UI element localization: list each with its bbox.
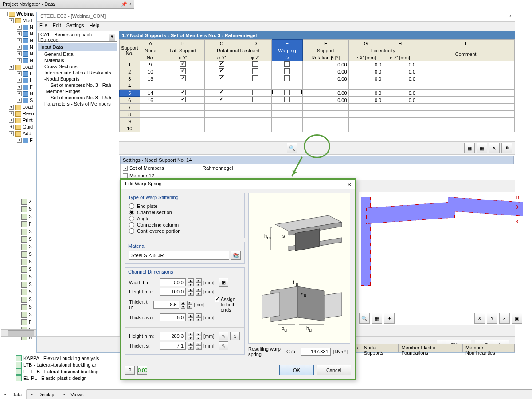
module-item[interactable]: S: [0, 303, 35, 311]
assign-checkbox[interactable]: Assign to both ends: [215, 297, 241, 313]
checkbox[interactable]: [252, 61, 258, 67]
menu-edit[interactable]: Edit: [53, 23, 61, 30]
checkbox[interactable]: [180, 97, 186, 102]
module-item[interactable]: S: [0, 288, 35, 296]
module-item[interactable]: S: [0, 243, 35, 250]
menu-file[interactable]: File: [39, 23, 47, 30]
tree-node[interactable]: Parameters - Sets of Members: [38, 101, 117, 107]
spinner[interactable]: ▸▸: [196, 278, 202, 286]
material-input[interactable]: [129, 251, 229, 260]
checkbox[interactable]: [180, 90, 186, 95]
tree-node[interactable]: Intermediate Lateral Restraints: [38, 70, 117, 76]
spinner[interactable]: ▸▸: [196, 332, 202, 340]
module-item[interactable]: S: [0, 281, 35, 288]
module-item[interactable]: FE-LTB - Lateral-torsional buckling: [16, 368, 126, 375]
pick-icon[interactable]: ↖: [219, 341, 228, 350]
pin-icon[interactable]: 📌 ×: [121, 1, 131, 7]
expand-icon[interactable]: +: [17, 31, 22, 36]
expand-icon[interactable]: +: [17, 138, 22, 143]
expand-icon[interactable]: +: [17, 25, 22, 30]
expand-icon[interactable]: +: [17, 58, 22, 63]
model-tab[interactable]: Nodal Supports: [361, 344, 399, 352]
module-item[interactable]: S: [0, 205, 35, 213]
expand-icon[interactable]: +: [9, 131, 14, 136]
module-item[interactable]: S: [0, 273, 35, 281]
module-item[interactable]: F: [0, 220, 35, 228]
expand-icon[interactable]: +: [17, 85, 22, 90]
tool-button[interactable]: ▦: [477, 143, 487, 153]
model-tab[interactable]: Member Nonlinearities: [463, 344, 515, 352]
checkbox[interactable]: [284, 97, 290, 102]
module-item[interactable]: X: [0, 198, 35, 205]
expand-icon[interactable]: +: [9, 111, 14, 116]
radio-connecting-column[interactable]: Connecting column: [129, 222, 241, 228]
model-viewport[interactable]: 1098: [359, 192, 523, 325]
model-tab[interactable]: Member Elastic Foundations: [399, 344, 463, 352]
tree-node[interactable]: Set of members No. 3 - Rah: [38, 82, 117, 88]
dim-input[interactable]: [153, 301, 179, 309]
spinner[interactable]: ▴▾: [181, 301, 186, 309]
expand-icon[interactable]: +: [17, 78, 22, 83]
spinner[interactable]: ▴▾: [188, 342, 194, 350]
module-item[interactable]: S: [0, 228, 35, 235]
expand-icon[interactable]: +: [9, 118, 14, 123]
dim-input[interactable]: [160, 278, 186, 286]
checkbox[interactable]: [180, 61, 186, 67]
radio-end-plate[interactable]: End plate: [129, 203, 241, 209]
cancel-button[interactable]: Cancel: [317, 365, 351, 375]
steel-nav-tree[interactable]: CA1 - Bemessung nach Eurococ ▾ Input Dat…: [37, 31, 119, 352]
tab-display[interactable]: ▪Display: [27, 390, 59, 399]
module-item[interactable]: F: [0, 318, 35, 326]
module-item[interactable]: S: [0, 250, 35, 258]
expand-icon[interactable]: +: [17, 98, 22, 103]
checkbox[interactable]: [219, 90, 224, 95]
module-item[interactable]: S: [0, 296, 35, 303]
module-item[interactable]: S: [0, 311, 35, 318]
expand-icon[interactable]: +: [17, 51, 22, 56]
bottom-tabs[interactable]: ▪Data▪Display▪Views: [0, 389, 532, 399]
module-item[interactable]: S: [0, 235, 35, 243]
checkbox[interactable]: [284, 90, 290, 95]
dim-input[interactable]: [160, 342, 186, 350]
dim-input[interactable]: [160, 313, 186, 321]
spinner[interactable]: ▸▸: [187, 301, 192, 309]
checkbox[interactable]: [180, 75, 186, 81]
grid[interactable]: SupportNo.ABCDEFGHINodeLat. SupportRotat…: [119, 39, 515, 141]
expand-icon[interactable]: +: [17, 71, 22, 76]
spinner[interactable]: ▴▾: [188, 313, 194, 321]
module-item[interactable]: LTB - Lateral-torsional buckling ar: [16, 361, 126, 368]
expand-icon[interactable]: -: [3, 12, 8, 16]
checkbox[interactable]: [284, 61, 290, 67]
view-y-icon[interactable]: Y: [487, 313, 497, 324]
radio-channel-section[interactable]: Channel section: [129, 209, 241, 215]
expand-icon[interactable]: +: [9, 105, 14, 110]
dim-input[interactable]: [160, 288, 186, 296]
expand-icon[interactable]: +: [17, 45, 22, 50]
checkbox[interactable]: [252, 90, 258, 95]
tree-node[interactable]: -Member Hinges: [38, 88, 117, 94]
spinner[interactable]: ▴▾: [188, 288, 194, 296]
close-icon[interactable]: ×: [509, 13, 511, 20]
radio-cantilevered-portion[interactable]: Cantilevered portion: [129, 228, 241, 234]
iso-view-icon[interactable]: ▣: [512, 313, 522, 324]
dim-input[interactable]: [160, 332, 186, 340]
spinner[interactable]: ▴▾: [188, 332, 194, 340]
dialog-titlebar[interactable]: Edit Warp Spring ×: [121, 180, 355, 189]
pick-button[interactable]: ↖: [489, 143, 500, 153]
help-button[interactable]: ?: [125, 366, 135, 375]
view-z-icon[interactable]: Z: [499, 313, 510, 324]
zoom-icon[interactable]: 🔍: [359, 313, 370, 324]
expand-icon[interactable]: +: [9, 65, 14, 70]
checkbox[interactable]: [219, 97, 224, 102]
tab-views[interactable]: ▪Views: [59, 390, 88, 399]
checkbox[interactable]: [252, 68, 258, 74]
info-icon[interactable]: ℹ: [230, 332, 240, 340]
ok-button[interactable]: OK: [279, 365, 314, 375]
expand-icon[interactable]: +: [17, 91, 22, 96]
tree-node[interactable]: Materials: [38, 57, 117, 63]
expand-icon[interactable]: +: [9, 125, 14, 129]
close-icon[interactable]: ×: [348, 181, 351, 188]
menu-settings[interactable]: Settings: [66, 23, 84, 30]
module-item[interactable]: KAPPA - Flexural buckling analysis: [16, 355, 126, 361]
spinner[interactable]: ▸▸: [196, 313, 202, 321]
